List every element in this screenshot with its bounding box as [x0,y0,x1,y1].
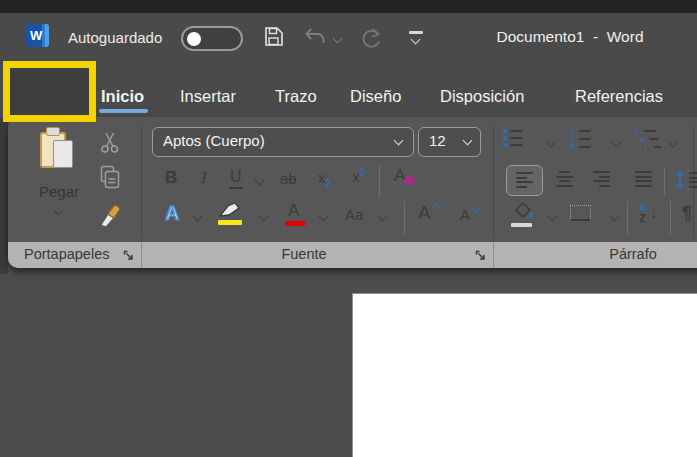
sort-button[interactable]: A Z ↓ [639,202,647,224]
tab-insertar[interactable]: Insertar [180,87,236,106]
paste-icon [40,127,76,169]
change-case-button[interactable]: Aa [345,206,363,223]
justify-button[interactable] [635,171,652,187]
word-logo-icon[interactable]: W [26,24,49,47]
shading-swatch [511,223,532,227]
tab-inicio[interactable]: Inicio [101,87,144,106]
paste-dropdown-chevron-icon[interactable] [54,206,64,216]
font-size-value: 12 [429,132,446,149]
highlight-color-swatch [218,220,242,225]
subscript-button[interactable]: x2 [318,169,331,189]
bullet-square-icon [503,129,507,133]
line-spacing-arrows-icon [674,169,686,191]
tab-diseno[interactable]: Diseño [350,87,401,106]
word-window: W Autoguardado Documento1 - Word Archivo… [0,0,697,457]
redo-icon[interactable] [359,26,383,48]
show-paragraph-marks-button[interactable]: ¶ [682,203,692,224]
cut-icon[interactable] [100,131,120,154]
strip-divider [493,242,494,268]
font-group-label: Fuente [204,246,404,262]
clear-formatting-letter: A [394,166,405,185]
font-color-letter: A [288,201,299,220]
highlight-color-button[interactable] [218,201,244,222]
font-color-chevron-icon[interactable] [319,212,329,222]
copy-icon[interactable] [100,165,120,189]
autosave-toggle[interactable] [181,26,243,51]
paste-button[interactable]: Pegar [28,183,90,200]
font-name-chevron-icon [394,136,404,146]
save-icon[interactable] [262,25,285,48]
text-effects-button[interactable]: A [165,202,179,225]
underline-chevron-icon[interactable] [255,176,265,186]
quick-access-toolbar-icon[interactable] [409,31,423,34]
font-size-chevron-icon [463,136,473,146]
paragraph-group-label: Párrafo [548,246,697,262]
clear-formatting-button[interactable]: A [394,166,405,186]
undo-icon[interactable] [303,27,327,48]
small-divider [404,201,405,235]
clipboard-group-label: Portapapeles [24,246,109,262]
font-color-button[interactable]: A [288,201,299,221]
small-divider [379,165,380,197]
highlight-chevron-icon[interactable] [259,212,269,222]
group-divider [493,125,494,237]
shrink-font-letter: A [460,206,470,223]
document-page[interactable] [352,293,697,457]
change-case-chevron-icon[interactable] [378,212,388,222]
multilevel-list-button[interactable]: 1 a i [635,128,662,149]
borders-chevron-icon[interactable] [610,212,620,222]
tab-disposicion[interactable]: Disposición [440,87,524,106]
shrink-font-button[interactable]: A [460,206,470,224]
tab-referencias[interactable]: Referencias [575,87,663,106]
multilevel-chevron-icon[interactable] [669,138,679,148]
paint-bucket-icon [510,203,534,221]
text-effects-chevron-icon[interactable] [193,212,203,222]
bullets-button[interactable] [503,129,523,147]
grow-font-button[interactable]: A [418,202,431,224]
align-right-button[interactable] [593,171,610,187]
group-divider [141,125,142,237]
font-size-combobox[interactable]: 12 [418,127,481,157]
borders-button[interactable] [570,205,591,221]
small-divider [670,201,671,235]
strikethrough-button[interactable]: ab [280,170,297,187]
sort-arrow-icon: ↓ [650,204,658,221]
numbering-button[interactable]: 1 2 3 [570,128,591,149]
subscript-digit: 2 [326,178,332,189]
small-divider [664,167,665,195]
toggle-knob [187,32,201,46]
numbering-digit: 1 [570,128,576,133]
format-painter-icon[interactable] [98,203,122,229]
align-left-button[interactable] [506,165,543,196]
font-name-combobox[interactable]: Aptos (Cuerpo) [152,127,414,157]
shrink-font-caret-icon [471,203,481,213]
bold-button[interactable]: B [165,168,177,188]
font-name-value: Aptos (Cuerpo) [163,132,265,149]
ribbon-panel: Pegar Aptos (Cuerpo) 12 B I U [8,117,697,268]
multilevel-digit: 1 [635,128,641,133]
numbering-chevron-icon[interactable] [612,138,622,148]
shading-chevron-icon[interactable] [548,212,558,222]
underline-button[interactable]: U [229,168,243,189]
window-top-strip [0,0,697,13]
shading-button[interactable] [510,203,534,225]
line-spacing-button[interactable] [674,169,686,195]
superscript-button[interactable]: x2 [352,167,365,185]
autosave-label: Autoguardado [68,29,162,46]
grow-font-letter: A [418,202,431,223]
italic-button[interactable]: I [201,168,207,188]
font-dialog-launcher-icon[interactable] [474,249,487,262]
font-color-swatch [285,221,305,226]
document-title: Documento1 - Word [430,28,697,46]
subscript-base: x [318,169,326,186]
bullets-chevron-icon[interactable] [546,138,556,148]
annotation-highlight-box [3,61,96,122]
tab-trazo[interactable]: Trazo [275,87,317,106]
sort-z-letter: Z [639,213,647,224]
small-divider [627,201,628,235]
group-label-strip: Portapapeles Fuente Párrafo [8,242,697,268]
clipboard-page [53,140,73,168]
clipboard-clip [46,127,60,136]
clipboard-dialog-launcher-icon[interactable] [122,249,135,262]
align-center-button[interactable] [556,171,573,187]
